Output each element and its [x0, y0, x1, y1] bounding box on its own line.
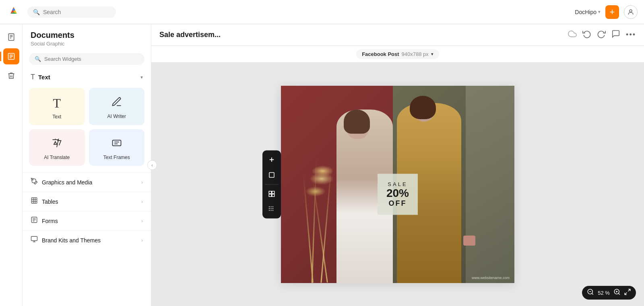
canvas-area: Sale advertisem... [151, 24, 644, 306]
widget-text-frames[interactable]: Text Frames [89, 129, 145, 166]
topbar-search-container: 🔍 [27, 6, 116, 18]
tables-arrow: › [141, 199, 143, 205]
search-icon: 🔍 [33, 9, 40, 15]
website-label: www.websitename.com [472, 276, 510, 280]
text-frames-widget-icon [111, 137, 122, 151]
toolbar-divider [265, 184, 279, 185]
text-frames-widget-label: Text Frames [103, 155, 130, 160]
svg-point-37 [269, 208, 270, 209]
category-brand-kits[interactable]: Brand Kits and Themes › [23, 230, 151, 250]
svg-point-14 [32, 179, 33, 180]
icon-rail [0, 24, 23, 306]
widget-text[interactable]: T Text [29, 88, 85, 125]
svg-point-36 [272, 206, 273, 207]
panel-header: Documents Social Graphic [23, 24, 151, 48]
svg-point-39 [272, 208, 273, 209]
category-brand-kits-left: Brand Kits and Themes [31, 236, 101, 245]
svg-point-1 [12, 8, 15, 11]
brand-dropdown[interactable]: DocHipo ▾ [575, 9, 601, 15]
logo[interactable] [6, 4, 21, 20]
canvas-content: SALE 20% OFF www.websitename.com [151, 63, 644, 306]
text-widget-icon: T [53, 96, 61, 111]
svg-rect-11 [112, 140, 121, 146]
svg-point-40 [269, 210, 270, 211]
widget-search-input[interactable] [44, 56, 139, 62]
panel-subtitle: Social Graphic [31, 41, 143, 47]
brand-label: DocHipo [575, 9, 597, 15]
category-forms-left: Forms [31, 216, 58, 225]
widget-grid: T Text AI Writer AI Translat [23, 85, 151, 172]
add-button[interactable]: + [605, 5, 619, 19]
more-options-icon[interactable]: ••• [626, 31, 636, 39]
canvas-topbar: Sale advertisem... [151, 24, 644, 46]
toolbar-crop-btn[interactable] [265, 168, 279, 182]
svg-rect-15 [31, 198, 37, 203]
text-widget-label: Text [52, 114, 61, 120]
zoom-in-icon[interactable] [613, 288, 621, 297]
svg-rect-33 [272, 194, 275, 196]
forms-icon [31, 216, 38, 225]
toolbar-dots-btn[interactable] [265, 203, 279, 216]
format-label: Facebook Post [362, 51, 399, 57]
comment-icon[interactable] [611, 29, 620, 40]
text-section-icon: T [31, 73, 35, 81]
topbar-search-input[interactable] [43, 9, 99, 15]
toolbar-add-btn[interactable] [265, 153, 279, 167]
undo-icon[interactable] [582, 29, 591, 40]
category-graphics-left: Graphics and Media [31, 178, 92, 187]
redo-icon[interactable] [597, 29, 606, 40]
widget-ai-writer[interactable]: AI Writer [89, 88, 145, 125]
canvas-toolbar-right: ••• [568, 29, 636, 40]
text-section-chevron: ▾ [140, 74, 143, 80]
svg-point-34 [269, 206, 270, 207]
sidebar-item-editor[interactable] [3, 48, 19, 64]
graphics-arrow: › [141, 180, 143, 185]
graphics-icon [31, 178, 38, 187]
main-layout: Documents Social Graphic 🔍 T Text ▾ T Te… [0, 24, 644, 306]
sale-percent: 20% [386, 187, 409, 199]
format-chevron: ▾ [431, 52, 433, 57]
ai-writer-widget-icon [111, 96, 122, 110]
format-dimensions: 940x788 px [402, 51, 429, 57]
brand-kits-icon [31, 236, 38, 245]
text-section-header[interactable]: T Text ▾ [23, 70, 151, 85]
canvas-title: Sale advertisem... [159, 31, 563, 39]
sidebar-item-documents[interactable] [3, 29, 19, 45]
collapse-panel-button[interactable]: ‹ [147, 160, 157, 170]
sidebar-item-trash[interactable] [3, 68, 19, 84]
category-graphics[interactable]: Graphics and Media › [23, 172, 151, 192]
brand-kits-arrow: › [141, 238, 143, 243]
ai-translate-widget-label: AI Translate [44, 155, 70, 160]
cloud-save-icon[interactable] [568, 29, 577, 40]
text-section-left: T Text [31, 73, 50, 81]
sale-off: OFF [386, 199, 409, 208]
svg-line-51 [625, 293, 627, 295]
svg-rect-29 [269, 173, 274, 178]
ai-writer-widget-label: AI Writer [107, 114, 126, 119]
category-forms[interactable]: Forms › [23, 211, 151, 230]
tables-icon [31, 197, 38, 206]
toolbar-grid-btn[interactable] [265, 187, 279, 201]
graphics-label: Graphics and Media [42, 179, 92, 186]
zoom-bar: 52 % [582, 286, 636, 300]
forms-label: Forms [42, 218, 58, 224]
sale-box[interactable]: SALE 20% OFF [378, 174, 418, 215]
text-section-label: Text [38, 74, 50, 81]
fullscreen-icon[interactable] [624, 288, 631, 297]
svg-point-41 [270, 210, 271, 211]
sale-label: SALE [386, 181, 409, 187]
design-canvas[interactable]: SALE 20% OFF www.websitename.com [281, 86, 514, 283]
svg-point-42 [272, 210, 273, 211]
topbar: 🔍 DocHipo ▾ + [0, 0, 644, 24]
category-tables[interactable]: Tables › [23, 192, 151, 211]
user-icon[interactable] [624, 5, 638, 19]
format-bar: Facebook Post 940x788 px ▾ [151, 46, 644, 63]
ai-translate-widget-icon [51, 137, 62, 151]
svg-point-35 [270, 206, 271, 207]
zoom-out-icon[interactable] [587, 288, 594, 297]
format-size-selector[interactable]: Facebook Post 940x788 px ▾ [356, 49, 439, 59]
widget-ai-translate[interactable]: AI Translate [29, 129, 85, 166]
svg-point-2 [630, 10, 632, 12]
panel-title: Documents [31, 31, 143, 40]
widget-search-container: 🔍 [29, 53, 144, 65]
